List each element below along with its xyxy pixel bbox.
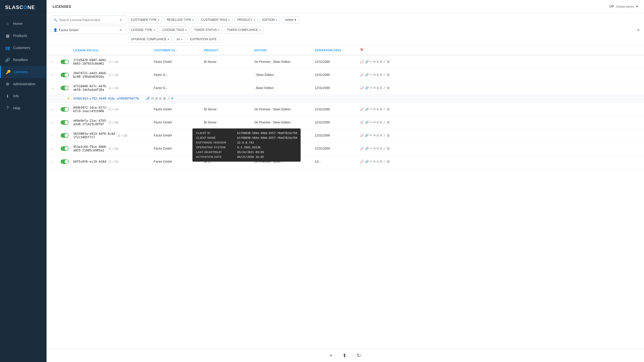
customer-filter-box[interactable]: 👤 Factor GmbH ✕ <box>51 26 126 34</box>
search-input[interactable] <box>59 18 117 22</box>
row4-toggle-switch[interactable] <box>61 107 69 112</box>
edit-icon[interactable]: ✏ <box>370 107 372 111</box>
edit-icon[interactable]: ✏ <box>370 133 372 137</box>
search-clear-button[interactable]: ✕ <box>118 17 123 22</box>
th-license-key[interactable]: LICENSE KEY(21) ↕ <box>71 46 152 55</box>
sidebar-item-products[interactable]: ▦ Products <box>0 30 47 42</box>
chart-icon[interactable]: 📈 <box>360 147 364 150</box>
expiration-date-filter[interactable]: EXPIRATION DATE <box>187 36 219 43</box>
expand-icon[interactable]: › <box>51 72 54 78</box>
edit-icon[interactable]: ✏ <box>370 60 372 64</box>
edit-icon[interactable]: ✏ <box>370 147 372 150</box>
row5-toggle-switch[interactable] <box>61 120 69 125</box>
delete-icon[interactable]: 🗑 <box>387 120 390 124</box>
on-filter[interactable]: on ▾ <box>174 36 185 43</box>
sub-heart-icon[interactable]: ♥ <box>171 97 173 101</box>
token-compliance-filter[interactable]: TOKEN COMPLIANCE ▾ <box>224 26 263 33</box>
th-product[interactable]: PRODUCT <box>202 46 252 55</box>
link-icon-red[interactable]: 🔗 <box>365 120 369 124</box>
row8-expand[interactable]: › <box>49 157 59 167</box>
download-icon[interactable]: ⬇ <box>380 86 382 90</box>
download-icon[interactable]: ⬇ <box>380 107 382 111</box>
sidebar-item-licenses[interactable]: 🔑 Licenses <box>0 66 47 78</box>
mail-icon[interactable]: ✉ <box>373 147 376 150</box>
sidebar-item-home[interactable]: ⌂ Home <box>0 18 47 30</box>
edition-filter[interactable]: EDITION ▾ <box>260 16 280 23</box>
delete-icon[interactable]: 🗑 <box>387 107 390 111</box>
delete-icon[interactable]: 🗑 <box>387 160 390 163</box>
sub-grid-icon[interactable]: ⊞ <box>155 97 158 101</box>
sidebar-item-administration[interactable]: ⚙ Administration <box>0 78 47 90</box>
sub-delete-icon[interactable]: 🗑 <box>163 97 166 101</box>
download-icon[interactable]: ⬇ <box>380 120 382 124</box>
chart-icon[interactable]: 📈 <box>360 73 364 77</box>
copy-icon[interactable]: ⧉ <box>377 73 379 77</box>
chart-icon-red[interactable]: 📈 <box>360 120 364 124</box>
chart-icon[interactable]: 📈 <box>360 107 364 111</box>
delete-icon[interactable]: 🗑 <box>387 133 390 137</box>
row1-expand[interactable]: › <box>49 57 59 67</box>
mail-icon[interactable]: ✉ <box>373 107 376 111</box>
expand-icon[interactable]: › <box>51 146 54 152</box>
chart-icon[interactable]: 📈 <box>360 86 364 90</box>
row7-toggle[interactable] <box>59 144 71 153</box>
edit-icon[interactable]: ✏ <box>370 73 372 77</box>
chart-icon[interactable]: 📈 <box>360 133 364 137</box>
download-icon[interactable]: ⬇ <box>380 60 382 64</box>
copy-icon[interactable]: ⧉ <box>377 133 379 138</box>
download-icon[interactable]: ⬇ <box>380 73 382 77</box>
delete-icon[interactable]: 🗑 <box>387 147 390 150</box>
row2-toggle[interactable] <box>59 71 71 79</box>
customer-filter-clear-button[interactable]: ✕ <box>118 27 123 32</box>
row7-expand[interactable]: › <box>49 144 59 154</box>
link-icon[interactable]: 🔗 <box>365 73 369 77</box>
mail-icon[interactable]: ✉ <box>373 73 376 77</box>
product-filter[interactable]: PRODUCT ▾ <box>234 16 257 23</box>
copy-icon[interactable]: ⧉ <box>377 147 379 151</box>
link-icon[interactable]: 🔗 <box>365 86 369 90</box>
delete-icon[interactable]: 🗑 <box>387 60 390 64</box>
download-icon[interactable]: ⬇ <box>380 147 382 150</box>
share-icon[interactable]: ⤢ <box>383 107 386 111</box>
row2-toggle-switch[interactable] <box>61 73 69 77</box>
link-icon[interactable]: 🔗 <box>365 147 369 150</box>
sidebar-item-help[interactable]: ? Help <box>0 102 47 114</box>
copy-icon[interactable]: ⧉ <box>377 107 379 111</box>
customer-type-filter[interactable]: CUSTOMER TYPE ▾ <box>128 16 162 23</box>
row3-toggle-switch[interactable] <box>61 86 69 90</box>
share-icon[interactable]: ⤢ <box>383 60 386 64</box>
copy-icon[interactable]: ⧉ <box>377 120 379 124</box>
row1-toggle[interactable] <box>59 58 71 66</box>
active-filter[interactable]: Active ▾ <box>282 16 299 23</box>
upload-button[interactable]: ⬆ <box>340 351 349 359</box>
link-icon[interactable]: 🔗 <box>365 60 369 64</box>
chart-icon[interactable]: 📈 <box>360 160 364 163</box>
mail-icon[interactable]: ✉ <box>373 120 376 124</box>
token-status-filter[interactable]: TOKEN STATUS ▾ <box>191 26 222 33</box>
edit-icon[interactable]: ✏ <box>370 86 372 90</box>
row6-expand[interactable]: › <box>49 130 59 141</box>
delete-icon[interactable]: 🗑 <box>387 73 390 77</box>
row4-expand[interactable]: › <box>49 104 59 114</box>
expand-icon[interactable]: › <box>51 106 54 112</box>
sidebar-item-resellers[interactable]: 🔗 Resellers <box>0 54 47 66</box>
th-edition[interactable]: EDITION ↕ <box>252 46 313 55</box>
row3-expand[interactable]: ⌄ <box>49 83 59 93</box>
mail-icon[interactable]: ✉ <box>373 60 376 64</box>
row4-toggle[interactable] <box>59 105 71 114</box>
share-icon[interactable]: ⤢ <box>383 160 386 163</box>
link-icon[interactable]: 🔗 <box>365 107 369 111</box>
row8-toggle[interactable] <box>59 157 71 166</box>
row5-toggle[interactable] <box>59 118 71 127</box>
search-box[interactable]: 🔍 ✕ <box>51 16 126 24</box>
expand-icon[interactable]: › <box>51 132 54 139</box>
row8-toggle-switch[interactable] <box>61 159 69 164</box>
sub-copy-icon[interactable]: ⧉ <box>159 97 162 101</box>
row1-toggle-switch[interactable] <box>61 60 69 64</box>
th-customer[interactable]: CUSTOMER (1) ↕ <box>152 46 202 55</box>
license-type-filter[interactable]: LICENSE TYPE ▾ <box>128 26 158 33</box>
delete-icon[interactable]: 🗑 <box>387 86 390 90</box>
copy-icon[interactable]: ⧉ <box>377 86 379 90</box>
sub-mail-icon[interactable]: ✉ <box>151 97 154 101</box>
user-menu[interactable]: OP (Global admin) ▾ <box>609 5 638 8</box>
